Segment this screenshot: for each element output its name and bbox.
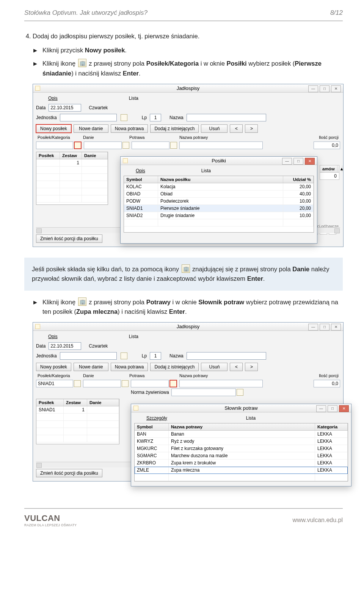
next-button[interactable]: > [245,124,258,133]
grid-h-posilek: Posiłek [36,152,60,159]
info-note: Jeśli posiłek składa się kilku dań, to z… [24,258,343,291]
col-nazwa-potrawy[interactable]: Nazwa potrawy [169,423,315,430]
cell-posilek[interactable] [36,159,60,166]
close-button[interactable]: ✕ [331,85,341,92]
lookup-danie-icon[interactable] [122,380,129,387]
col-symbol[interactable]: Symbol [135,423,169,430]
nowa-potrawa-button[interactable]: Nowa potrawa [111,124,148,133]
minimize-button[interactable]: — [316,405,326,412]
grid-h-danie: Danie [87,399,119,406]
table-row: SGMARCMarchew duszona na maśleLEKKA [135,452,348,459]
table-row: KWRYZRyż z wodyLEKKA [135,438,348,445]
text: . [125,47,127,53]
tab-szczegoly[interactable]: Szczegóły [145,415,169,422]
maximize-button[interactable]: □ [320,85,329,92]
tab-opis[interactable]: Opis [47,333,59,340]
lookup-potrawa-icon[interactable] [170,142,177,149]
lookup-icon [78,297,86,306]
bullet-arrow-icon: ▶ [33,299,37,306]
cell-posilek[interactable]: SNIAD1 [36,406,64,413]
next-button[interactable]: > [245,363,258,371]
window-marker-icon [133,406,138,411]
field-nazwa-potrawy[interactable] [179,380,263,387]
tab-lista[interactable]: Lista [127,95,140,102]
lookup-jednostka-icon[interactable] [121,352,127,359]
dodaj-z-istniejacych-button[interactable]: Dodaj z istniejących [150,363,199,371]
nowe-danie-button[interactable]: Nowe danie [74,124,108,133]
col-kategoria[interactable]: Kategoria [315,423,348,430]
btn-name-nowy-posilek: Nowy posiłek [85,47,125,53]
input-nazwa[interactable] [187,352,266,360]
lookup-potrawa-icon[interactable] [169,380,177,387]
nowa-potrawa-button[interactable]: Nowa potrawa [111,363,148,371]
col-danie: Danie [82,373,127,379]
cell-zestaw[interactable]: 1 [60,159,82,166]
field-potrawa[interactable] [132,142,169,149]
zmien-ilosc-button[interactable]: Zmień ilość porcji dla posiłku [36,469,102,477]
slownik-title: Słownik potraw [224,405,257,411]
cell-zestaw[interactable]: 1 [64,406,87,413]
close-button[interactable]: ✕ [305,158,315,165]
field-ilosc[interactable]: 0,0 [314,380,340,387]
posilki-grid[interactable]: KOLACKolacja20,00 OBIADObiad40,00 PODWPo… [124,183,314,227]
lookup-norma-icon[interactable] [237,389,243,396]
field-ilosc[interactable]: 0,0 [314,142,340,149]
field-potrawa[interactable] [131,380,169,387]
usun-button[interactable]: Usuń [201,124,228,133]
scroll-up-icon[interactable]: ▲ [337,165,342,172]
col-nazwa-posilku[interactable]: Nazwa posiłku [158,176,283,183]
col-symbol[interactable]: Symbol [124,176,158,183]
close-button[interactable]: ✕ [339,405,349,412]
minimize-button[interactable]: — [308,324,318,330]
lookup-danie-icon[interactable] [122,142,129,149]
table-row: MGKURCFilet z kurczaka gotowanyLEKKA [135,445,348,452]
field-norma[interactable] [171,389,236,396]
input-lp[interactable]: 1 [150,114,161,121]
field-nazwa-potrawy[interactable] [179,142,263,149]
lookup-posilek-icon[interactable] [74,142,82,149]
brand-name: VULCAN [24,513,77,523]
input-lp[interactable]: 1 [150,352,161,360]
lookup-posilek-icon[interactable] [74,380,81,387]
maximize-button[interactable]: □ [293,158,303,165]
tab-lista[interactable]: Lista [245,415,257,422]
field-danie[interactable] [83,380,121,387]
nowe-danie-button[interactable]: Nowe danie [74,363,108,371]
minimize-button[interactable]: — [282,158,292,165]
posilki-titlebar[interactable]: Posiłki — □ ✕ [121,157,317,165]
prev-button[interactable]: < [230,124,243,133]
titlebar[interactable]: Jadłospisy — □ ✕ [33,84,343,93]
input-jednostka[interactable] [60,352,117,360]
titlebar[interactable]: Jadłospisy — □ ✕ [33,323,343,331]
input-jednostka[interactable] [60,114,117,121]
input-data[interactable]: 22.10.2015 [49,104,81,112]
cell-danie[interactable] [82,159,108,166]
close-button[interactable]: ✕ [331,324,341,330]
lookup-jednostka-icon[interactable] [121,114,127,121]
field-posilek-kategoria[interactable]: SNIAD1 [36,380,73,387]
maximize-button[interactable]: □ [320,324,329,330]
tab-lista[interactable]: Lista [127,333,140,340]
cell-danie[interactable] [87,406,119,413]
window-name: Słownik potraw [198,299,244,305]
text: i w oknie [171,299,198,305]
tab-opis[interactable]: Opis [47,95,59,102]
minimize-button[interactable]: — [308,85,318,92]
tab-opis[interactable]: Opis [134,167,147,174]
maximize-button[interactable]: □ [328,405,337,412]
input-nazwa[interactable] [187,114,266,121]
usun-button[interactable]: Usuń [201,363,228,371]
grid-h-amow: amów [320,165,337,172]
tab-lista[interactable]: Lista [200,167,212,174]
slownik-grid[interactable]: BANBananLEKKA KWRYZRyż z wodyLEKKA MGKUR… [135,431,348,481]
nowy-posilek-button[interactable]: Nowy posiłek [36,363,71,371]
col-udzial[interactable]: Udział % [283,176,314,183]
field-posilek-kategoria[interactable] [36,142,73,149]
slownik-titlebar[interactable]: Słownik potraw — □ ✕ [131,404,351,412]
prev-button[interactable]: < [230,363,243,371]
dodaj-z-istniejacych-button[interactable]: Dodaj z istniejących [150,124,199,133]
field-danie[interactable] [84,142,122,149]
zmien-ilosc-button[interactable]: Zmień ilość porcji dla posiłku [36,234,102,243]
nowy-posilek-button[interactable]: Nowy posiłek [36,124,71,133]
input-data[interactable]: 22.10.2015 [49,342,81,350]
